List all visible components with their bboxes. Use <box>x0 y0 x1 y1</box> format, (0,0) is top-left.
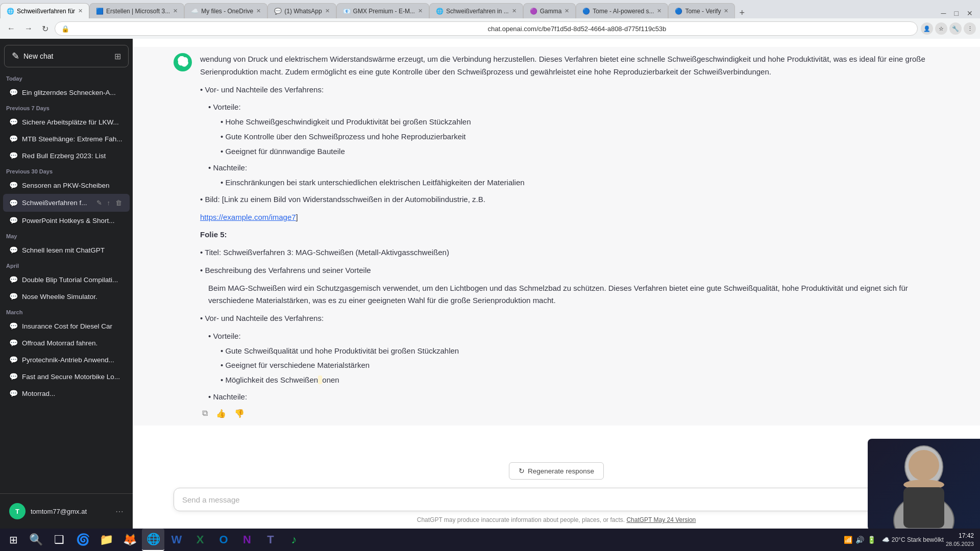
tab-favicon-8: 🔵 <box>582 8 590 15</box>
sidebar-user[interactable]: T tomtom77@gmx.at ⋯ <box>4 499 129 523</box>
tab-label-1: Schweißverfahren für <box>17 8 75 15</box>
bild-link[interactable]: https://example.com/image7 <box>200 213 296 221</box>
onenote-icon: N <box>243 533 251 546</box>
regenerate-bar: ↻ Regenerate response <box>133 458 980 484</box>
tab-close-9[interactable]: ✕ <box>724 8 728 14</box>
sidebar-grid-icon[interactable]: ⊞ <box>114 52 121 61</box>
sidebar-item-s15[interactable]: 💬 Motorrad... <box>3 385 130 402</box>
disclaimer-link[interactable]: ChatGPT May 24 Version <box>626 516 696 523</box>
taskbar-app-outlook[interactable]: O <box>212 529 235 551</box>
taskbar-app-excel[interactable]: X <box>189 529 211 551</box>
sidebar-item-s11[interactable]: 💬 Insurance Cost for Diesel Car <box>3 318 130 334</box>
regenerate-label: Regenerate response <box>528 467 594 475</box>
sidebar-item-s12[interactable]: 💬 Offroad Motorrad fahren. <box>3 335 130 351</box>
sidebar-item-s3[interactable]: 💬 MTB Steelhänge: Extreme Fah... <box>3 131 130 147</box>
clock-time: 17:42 <box>946 532 974 540</box>
tab-label-4: (1) WhatsApp <box>284 8 322 15</box>
chat-icon-s9: 💬 <box>9 276 18 284</box>
tab-close-2[interactable]: ✕ <box>173 8 178 14</box>
sidebar-item-s7[interactable]: 💬 PowerPoint Hotkeys & Short... <box>3 212 130 229</box>
taskbar-app-spotify[interactable]: ♪ <box>283 529 305 551</box>
profile-icon[interactable]: 👤 <box>921 22 933 35</box>
taskbar-app-explorer[interactable]: 📁 <box>95 529 117 551</box>
taskbar-app-edge[interactable]: 🌀 <box>71 529 94 551</box>
sidebar-item-s10[interactable]: 💬 Nose Wheelie Simulator. <box>3 288 130 305</box>
tab-whatsapp[interactable]: 💬 (1) WhatsApp ✕ <box>267 3 336 18</box>
sidebar-item-s2[interactable]: 💬 Sichere Arbeitsplätze für LKW... <box>3 114 130 130</box>
tab-onedrive[interactable]: ☁️ My files - OneDrive ✕ <box>184 3 267 18</box>
tab-favicon-9: 🔵 <box>675 8 682 15</box>
copy-button[interactable]: ⧉ <box>200 408 210 419</box>
tab-close-5[interactable]: ✕ <box>418 8 423 14</box>
taskbar-app-taskview[interactable]: ❑ <box>48 529 70 551</box>
sidebar-item-text-s12: Offroad Motorrad fahren. <box>22 339 124 347</box>
tab-close-7[interactable]: ✕ <box>565 8 569 14</box>
forward-button[interactable]: → <box>21 22 36 35</box>
taskbar-app-word[interactable]: W <box>165 529 188 551</box>
close-button[interactable]: ✕ <box>964 8 976 18</box>
tab-close-6[interactable]: ✕ <box>512 8 517 14</box>
address-bar[interactable]: 🔒 chat.openai.com/c/be7f1d5d-8d52-4664-a… <box>55 21 918 36</box>
sidebar-item-s8[interactable]: 💬 Schnell lesen mit ChatGPT <box>3 242 130 258</box>
back-button[interactable]: ← <box>4 22 18 35</box>
chrome-icon: 🌐 <box>146 533 160 546</box>
taskbar-app-search[interactable]: 🔍 <box>24 529 47 551</box>
extension-icon[interactable]: 🔧 <box>949 22 962 35</box>
sidebar-action-icons: ⊞ <box>114 52 121 61</box>
menu-icon[interactable]: ⋮ <box>964 22 976 35</box>
thumbs-down-button[interactable]: 👎 <box>232 408 247 419</box>
edit-chat-button[interactable]: ✎ <box>95 198 104 208</box>
sidebar-item-s5[interactable]: 💬 Sensoren an PKW-Scheiben <box>3 177 130 193</box>
refresh-button[interactable]: ↻ <box>39 22 52 36</box>
msg-nachteile-list: • Einschränkungen bei stark unterschiedl… <box>220 177 939 189</box>
sidebar-item-s14[interactable]: 💬 Fast and Secure Motorbike Lo... <box>3 368 130 385</box>
share-chat-button[interactable]: ↑ <box>106 198 112 208</box>
new-tab-button[interactable]: + <box>735 8 749 18</box>
start-button[interactable]: ⊞ <box>2 529 24 551</box>
tab-favicon-7: 🟣 <box>530 8 537 15</box>
sidebar-item-text-s13: Pyrotechnik-Antrieb Anwend... <box>22 356 124 364</box>
tab-schweissverfahren[interactable]: 🌐 Schweißverfahren für ✕ <box>0 3 89 18</box>
maximize-button[interactable]: □ <box>951 8 962 18</box>
new-chat-button[interactable]: ✎ New chat ⊞ <box>4 45 129 67</box>
chat-input[interactable] <box>182 495 917 504</box>
sidebar-item-s6[interactable]: 💬 Schweißverfahren f... ✎ ↑ 🗑 <box>3 194 130 212</box>
sidebar-item-s1[interactable]: 💬 Ein glitzerndes Schnecken-A... <box>3 84 130 101</box>
tab-close-4[interactable]: ✕ <box>325 8 330 14</box>
taskbar-app-chrome[interactable]: 🌐 <box>142 529 164 551</box>
regenerate-button[interactable]: ↻ Regenerate response <box>509 462 604 480</box>
tab-tome1[interactable]: 🔵 Tome - AI-powered s... ✕ <box>576 3 668 18</box>
section-today: Today <box>0 71 133 84</box>
taskbar-app-firefox[interactable]: 🦊 <box>118 529 141 551</box>
thumbs-up-button[interactable]: 👍 <box>214 408 228 419</box>
sidebar-item-s13[interactable]: 💬 Pyrotechnik-Antrieb Anwend... <box>3 352 130 368</box>
chat-icon-s1: 💬 <box>9 88 18 96</box>
user-more-icon[interactable]: ⋯ <box>115 507 124 516</box>
tab-close-3[interactable]: ✕ <box>256 8 261 14</box>
sidebar-items: Today 💬 Ein glitzerndes Schnecken-A... P… <box>0 71 133 493</box>
firefox-icon: 🦊 <box>123 533 137 546</box>
tab-tome2[interactable]: 🔵 Tome - Verify ✕ <box>668 3 735 18</box>
tab-favicon-6: 🌐 <box>436 8 443 15</box>
tab-gamma[interactable]: 🟣 Gamma ✕ <box>523 3 576 18</box>
tab-microsoft[interactable]: 🟦 Erstellen | Microsoft 3... ✕ <box>89 3 184 18</box>
taskbar-app-onenote[interactable]: N <box>236 529 258 551</box>
tab-label-2: Erstellen | Microsoft 3... <box>106 8 170 15</box>
tab-close-8[interactable]: ✕ <box>657 8 662 14</box>
tab-favicon-4: 💬 <box>274 8 281 15</box>
outlook-icon: O <box>219 533 228 546</box>
tab-schweiss2[interactable]: 🌐 Schweißverfahren in ... ✕ <box>429 3 523 18</box>
tab-close-1[interactable]: ✕ <box>78 8 83 14</box>
browser-chrome: 🌐 Schweißverfahren für ✕ 🟦 Erstellen | M… <box>0 0 980 39</box>
taskbar-app-teams[interactable]: T <box>259 529 282 551</box>
delete-chat-button[interactable]: 🗑 <box>114 198 124 208</box>
sidebar-item-s4[interactable]: 💬 Red Bull Erzberg 2023: List <box>3 147 130 164</box>
taskbar-clock[interactable]: 17:42 28.05.2023 <box>946 532 974 548</box>
minimize-button[interactable]: ─ <box>938 8 949 18</box>
chat-icon-s14: 💬 <box>9 372 18 381</box>
tab-gmx[interactable]: 📧 GMX Premium - E-M... ✕ <box>336 3 429 18</box>
bookmark-icon[interactable]: ☆ <box>935 22 947 35</box>
sidebar-item-text-s1: Ein glitzerndes Schnecken-A... <box>22 89 124 96</box>
sidebar-item-s9[interactable]: 💬 Double Blip Tutorial Compilati... <box>3 271 130 288</box>
msg-bild-link: https://example.com/image7] <box>200 211 939 224</box>
